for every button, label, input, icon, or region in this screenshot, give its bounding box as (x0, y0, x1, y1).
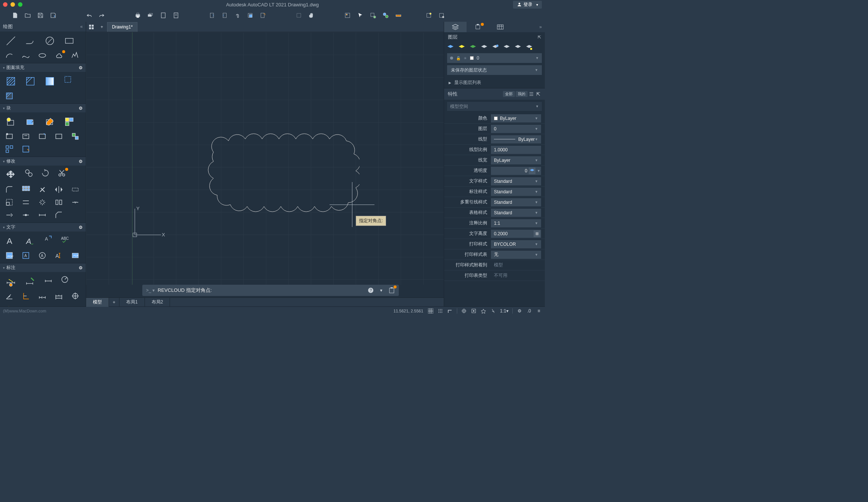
layer-thaw-icon[interactable] (515, 44, 521, 51)
undo-icon[interactable] (85, 12, 93, 19)
add-selection-icon[interactable] (369, 12, 377, 19)
print-icon[interactable] (134, 12, 142, 19)
properties-icon[interactable] (344, 12, 351, 19)
plotstyle-value[interactable]: BYCOLOR▼ (491, 240, 541, 248)
add-layout-tab[interactable]: + (109, 298, 119, 307)
dim-radius-tool[interactable] (57, 273, 73, 285)
block-create-tool[interactable] (1, 114, 20, 130)
attdef-tool[interactable] (1, 130, 17, 142)
plot-preview-icon[interactable] (172, 12, 180, 19)
props-all-pill[interactable]: 全部 (503, 91, 515, 97)
textfind-tool[interactable]: A (18, 250, 34, 261)
attedit-tool[interactable] (18, 130, 34, 142)
explode-tool[interactable] (34, 196, 50, 208)
textstyle-tool[interactable]: A (40, 233, 56, 245)
boundary-tool[interactable] (60, 73, 76, 85)
gear-icon[interactable]: ⚙ (79, 65, 83, 70)
login-button[interactable]: 登录 ▾ (513, 1, 542, 9)
arc-tool[interactable] (1, 49, 17, 61)
linetype-value[interactable]: ByLayer▼ (491, 135, 541, 143)
point-tool[interactable] (67, 49, 83, 61)
model-tab[interactable]: 模型 (86, 298, 109, 307)
dim-center-tool[interactable] (67, 290, 83, 302)
export-icon[interactable] (208, 12, 216, 19)
region-tool[interactable] (1, 90, 17, 102)
annotation-visibility-icon[interactable] (490, 308, 496, 314)
pan-icon[interactable] (308, 12, 315, 19)
save-as-icon[interactable] (49, 12, 57, 19)
grid-mode-icon[interactable] (428, 308, 434, 314)
select-icon[interactable] (356, 12, 364, 19)
dim-section-header[interactable]: 标注⚙ (0, 263, 86, 272)
trim-tool[interactable] (54, 167, 70, 179)
snap-grid-icon[interactable] (437, 308, 443, 314)
break-tool[interactable] (67, 196, 83, 208)
props-popout-icon[interactable]: ⇱ (535, 91, 541, 97)
mleader-value[interactable]: Standard▼ (491, 198, 541, 206)
document-tab[interactable]: Drawing1* (107, 22, 137, 32)
chamfer-tool[interactable] (51, 209, 67, 221)
command-clipboard-icon[interactable] (388, 287, 395, 294)
offset-tool[interactable] (18, 196, 34, 208)
show-layer-list-toggle[interactable]: 显示图层列表 (444, 77, 545, 88)
stretch-tool[interactable] (67, 184, 83, 196)
layers-popout-icon[interactable]: ⇱ (538, 35, 541, 40)
transparency-bylayer-icon[interactable] (529, 167, 535, 174)
gradient-tool[interactable] (40, 73, 59, 89)
gear-icon[interactable]: ⚙ (79, 159, 83, 164)
dim-tolerance-tool[interactable] (1, 303, 17, 306)
ltscale-value[interactable]: 1.0000 (491, 146, 541, 154)
drawing-canvas[interactable]: 指定对角点: X Y (86, 32, 444, 285)
fillet-tool[interactable] (1, 184, 17, 196)
gear-icon[interactable]: ⚙ (79, 106, 83, 111)
align-tool[interactable] (51, 196, 67, 208)
right-panel-expand-icon[interactable]: » (536, 24, 545, 30)
layer-value[interactable]: 0▼ (491, 125, 541, 133)
page-setup-icon[interactable] (160, 12, 167, 19)
block-editor-icon[interactable] (425, 12, 433, 19)
blockcount-tool[interactable] (1, 143, 17, 155)
gear-icon[interactable]: ⚙ (79, 225, 83, 230)
zoom-window-icon[interactable] (295, 12, 303, 19)
base-tool[interactable] (51, 130, 67, 142)
plotstyletable-value[interactable]: 无▼ (491, 251, 541, 259)
color-value[interactable]: ByLayer▼ (491, 114, 541, 123)
line-tool[interactable] (1, 33, 20, 49)
circle-tool[interactable] (40, 33, 59, 49)
dimstyle-value[interactable]: Standard▼ (491, 188, 541, 196)
array-tool[interactable] (18, 184, 34, 196)
text-section-header[interactable]: 文字⚙ (0, 223, 86, 232)
mirror-tool[interactable] (51, 184, 67, 196)
props-list-icon[interactable] (528, 91, 534, 97)
extend-tool[interactable] (1, 209, 17, 221)
hatch-edit-tool[interactable] (21, 73, 40, 89)
layer-match-icon[interactable] (503, 44, 510, 51)
measure-icon[interactable] (395, 12, 402, 19)
copy-tool[interactable] (21, 167, 37, 179)
layout2-tab[interactable]: 布局2 (145, 298, 170, 307)
dim-angular-tool[interactable] (1, 290, 17, 302)
blocks-tab[interactable] (467, 22, 489, 32)
revcloud-tool[interactable] (51, 49, 67, 61)
tab-grid-icon[interactable] (86, 22, 97, 32)
new-file-icon[interactable] (11, 12, 19, 19)
command-bar[interactable]: >_ ▾ REVCLOUD 指定对角点: ? ▾ (142, 285, 399, 296)
text-tool[interactable]: A (21, 233, 40, 249)
close-window-button[interactable] (3, 2, 7, 7)
textalign-tool[interactable]: A (34, 250, 50, 261)
xref-icon[interactable] (246, 12, 254, 19)
object-snap-icon[interactable] (471, 308, 477, 314)
layer-unlock-icon[interactable] (526, 44, 532, 51)
scale-dropdown[interactable]: 1:1 ▾ (500, 308, 509, 314)
gear-icon[interactable]: ⚙ (79, 265, 83, 270)
blockpalette-tool[interactable] (18, 143, 34, 155)
hatch-tool[interactable] (1, 73, 20, 89)
command-help-icon[interactable]: ? (367, 287, 374, 294)
layer-lock-icon[interactable] (481, 44, 488, 51)
dim-continue-tool[interactable] (34, 290, 50, 302)
textscale-tool[interactable]: A (51, 250, 67, 261)
dim-tool[interactable] (1, 273, 20, 289)
dim-ordinate-tool[interactable] (18, 290, 34, 302)
layer-isolate-icon[interactable] (470, 44, 476, 51)
blockreplace-tool[interactable] (67, 130, 83, 142)
